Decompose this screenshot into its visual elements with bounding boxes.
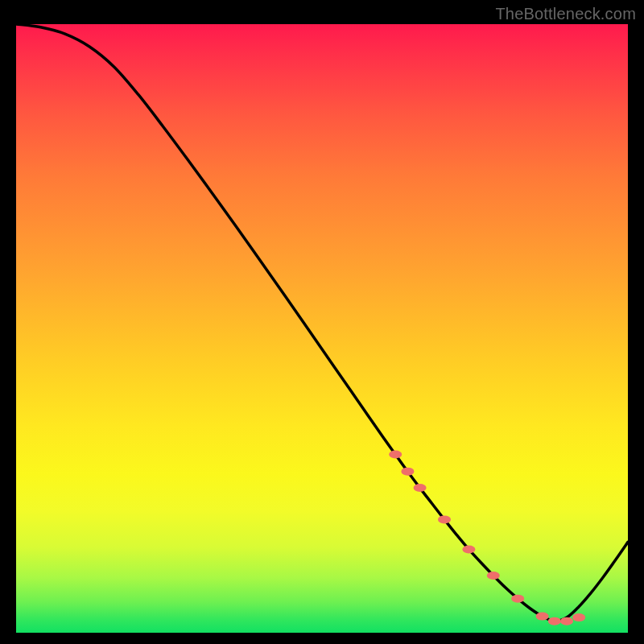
chart-marker	[511, 595, 524, 603]
chart-marker	[536, 613, 549, 621]
chart-svg	[16, 24, 628, 633]
chart-plot-area	[16, 24, 628, 633]
chart-marker	[487, 572, 500, 580]
chart-marker	[548, 617, 561, 625]
chart-stage: TheBottleneck.com	[0, 0, 644, 644]
watermark-text: TheBottleneck.com	[495, 5, 636, 23]
chart-marker	[414, 484, 427, 492]
chart-marker	[560, 617, 573, 625]
chart-curve	[16, 24, 628, 621]
chart-marker	[401, 468, 414, 476]
chart-marker	[572, 613, 585, 621]
chart-marker	[438, 515, 451, 523]
chart-marker	[462, 545, 475, 553]
chart-marker	[389, 450, 402, 458]
